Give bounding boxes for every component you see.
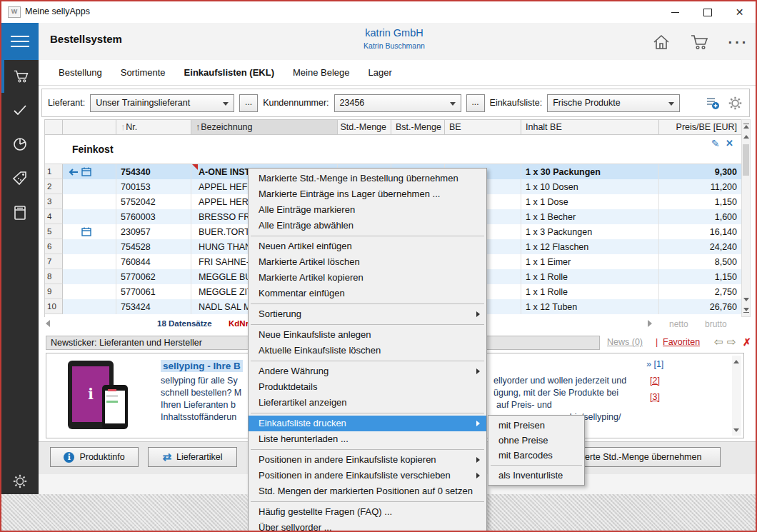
home-button[interactable] bbox=[650, 32, 673, 52]
group-row-feinkost[interactable]: Feinkost ✎ ✕ bbox=[45, 135, 742, 164]
tab-einkaufslisten[interactable]: Einkaufslisten (EKL) bbox=[184, 67, 274, 78]
news-text: auf Preis- und bbox=[496, 400, 552, 410]
menu-item[interactable]: Std. Mengen der markierten Positionen au… bbox=[249, 483, 486, 499]
maximize-button[interactable] bbox=[691, 1, 723, 23]
row-number[interactable]: 5 bbox=[45, 224, 63, 239]
sidebar-item-offers[interactable] bbox=[1, 162, 39, 195]
row-number[interactable]: 3 bbox=[45, 194, 63, 209]
previous-news-icon[interactable]: ⇦ bbox=[714, 336, 723, 348]
sidebar-item-order[interactable] bbox=[1, 60, 39, 93]
lieferartikel-button[interactable]: ⇄ Lieferartikel bbox=[148, 447, 237, 467]
news-tab-link[interactable]: News (0) bbox=[607, 337, 643, 347]
menu-item[interactable]: Positionen in andere Einkaufsliste kopie… bbox=[249, 452, 486, 468]
scroll-up-button[interactable] bbox=[742, 132, 750, 141]
scroll-down-button[interactable] bbox=[742, 295, 750, 304]
row-number[interactable]: 7 bbox=[45, 254, 63, 269]
submenu-item-als-inventurliste[interactable]: als Inventurliste bbox=[488, 468, 584, 483]
column-bst-menge[interactable]: Bst.-Menge bbox=[391, 120, 445, 134]
tab-meine-belege[interactable]: Meine Belege bbox=[293, 67, 350, 78]
row-number[interactable]: 9 bbox=[45, 284, 63, 299]
kundennummer-select[interactable]: 23456 bbox=[334, 94, 461, 112]
menu-item[interactable]: Über sellyorder ... bbox=[249, 520, 486, 532]
menu-item[interactable]: Lieferartikel anzeigen bbox=[249, 395, 486, 411]
menu-item[interactable]: Liste herunterladen ... bbox=[249, 431, 486, 447]
scroll-down-button[interactable] bbox=[732, 426, 740, 435]
row-number[interactable]: 4 bbox=[45, 209, 63, 224]
submenu-item-mit-preisen[interactable]: mit Preisen bbox=[488, 418, 584, 433]
row-number[interactable]: 8 bbox=[45, 269, 63, 284]
menu-item[interactable]: Markierte Artikel kopieren bbox=[249, 270, 486, 286]
menu-item[interactable]: Positionen in andere Einkaufsliste versc… bbox=[249, 468, 486, 483]
einkaufsliste-select[interactable]: Frische Produkte bbox=[547, 94, 680, 112]
note-corner-icon bbox=[192, 164, 198, 170]
close-newsticker-icon[interactable]: ✗ bbox=[743, 336, 751, 348]
news-scrollbar[interactable] bbox=[732, 356, 741, 436]
lieferant-browse-button[interactable]: ... bbox=[239, 94, 258, 112]
column-std-menge[interactable]: Std.-Menge bbox=[338, 120, 391, 134]
menu-item[interactable]: Kommentar einfügen bbox=[249, 286, 486, 301]
sidebar-item-settings[interactable] bbox=[1, 465, 39, 498]
menu-item[interactable]: Aktuelle Einkaufsliste löschen bbox=[249, 343, 486, 358]
menu-item-einkaufsliste-drucken[interactable]: Einkaufsliste drucken bbox=[249, 416, 486, 431]
scroll-right-icon[interactable] bbox=[648, 320, 652, 327]
column-nr[interactable]: ↑Nr. bbox=[116, 120, 191, 134]
column-be[interactable]: BE bbox=[445, 120, 521, 134]
menu-item[interactable]: Markierte Einträge ins Lager übernehmen … bbox=[249, 186, 486, 202]
menu-item[interactable]: Markierte Artikel löschen bbox=[249, 254, 486, 270]
column-icons[interactable] bbox=[63, 120, 116, 134]
row-number[interactable]: 10 bbox=[45, 299, 63, 314]
column-preis[interactable]: Preis/BE [EUR] bbox=[659, 120, 742, 134]
tab-lager[interactable]: Lager bbox=[369, 67, 392, 78]
delete-group-icon[interactable]: ✕ bbox=[726, 138, 733, 149]
scroll-up-button[interactable] bbox=[732, 357, 740, 366]
close-button[interactable]: ✕ bbox=[723, 1, 756, 23]
scroll-to-top-button[interactable] bbox=[742, 121, 750, 131]
brutto-toggle[interactable]: brutto bbox=[705, 319, 727, 329]
row-number[interactable]: 1 bbox=[45, 164, 63, 179]
row-number[interactable]: 2 bbox=[45, 179, 63, 194]
tab-sortimente[interactable]: Sortimente bbox=[121, 67, 166, 78]
list-settings-button[interactable] bbox=[726, 95, 743, 111]
news-headline[interactable]: sellyping - Ihre B bbox=[161, 360, 243, 372]
column-rownum[interactable] bbox=[45, 120, 63, 134]
menu-item[interactable]: Markierte Std.-Menge in Bestellung übern… bbox=[249, 171, 486, 186]
menu-item-sortierung[interactable]: Sortierung bbox=[249, 306, 486, 322]
return-arrow-icon bbox=[67, 168, 79, 176]
menu-item[interactable]: Häufig gestellte Fragen (FAQ) ... bbox=[249, 504, 486, 520]
favoriten-tab-link[interactable]: Favoriten bbox=[663, 337, 700, 347]
column-inhalt-be[interactable]: Inhalt BE bbox=[521, 120, 659, 134]
cart-button[interactable] bbox=[688, 32, 711, 52]
menu-item[interactable]: Neue Einkaufsliste anlegen bbox=[249, 327, 486, 343]
scrollbar-thumb[interactable] bbox=[743, 144, 749, 176]
menu-item-andere-waehrung[interactable]: Andere Währung bbox=[249, 363, 486, 379]
lieferant-select[interactable]: Unser Trainingslieferant bbox=[90, 94, 234, 112]
row-number[interactable]: 6 bbox=[45, 239, 63, 254]
menu-item[interactable]: Produktdetails bbox=[249, 379, 486, 395]
table-vertical-scrollbar[interactable] bbox=[741, 119, 751, 317]
next-news-icon[interactable]: ⇨ bbox=[727, 336, 736, 348]
produktinfo-button[interactable]: i Produktinfo bbox=[50, 447, 139, 467]
submenu-item-mit-barcodes[interactable]: mit Barcodes bbox=[488, 448, 584, 463]
menu-item[interactable]: Alle Einträge abwählen bbox=[249, 218, 486, 234]
menu-item[interactable]: Neuen Artikel einfügen bbox=[249, 239, 486, 254]
news-text: schnell bestellen? M bbox=[161, 388, 241, 398]
tab-bestellung[interactable]: Bestellung bbox=[59, 67, 102, 78]
kundennummer-browse-button[interactable]: ... bbox=[466, 94, 485, 112]
minimize-button[interactable] bbox=[659, 1, 691, 23]
sidebar-item-catalog[interactable] bbox=[1, 196, 39, 229]
column-bezeichnung[interactable]: ↑Bezeichnung bbox=[191, 120, 338, 134]
scroll-left-icon[interactable] bbox=[46, 320, 50, 327]
edit-group-icon[interactable]: ✎ bbox=[711, 138, 720, 149]
netto-toggle[interactable]: netto bbox=[669, 319, 688, 329]
news-page-3[interactable]: [3] bbox=[650, 392, 660, 402]
scroll-to-bottom-button[interactable] bbox=[742, 306, 750, 315]
submenu-item-ohne-preise[interactable]: ohne Preise bbox=[488, 433, 584, 448]
more-menu-button[interactable]: ··· bbox=[727, 32, 750, 52]
new-list-button[interactable] bbox=[704, 95, 721, 111]
menu-item[interactable]: Alle Einträge markieren bbox=[249, 202, 486, 218]
news-page-2[interactable]: [2] bbox=[650, 376, 660, 386]
news-page-1[interactable]: » [1] bbox=[646, 359, 663, 369]
sidebar-item-statistics[interactable] bbox=[1, 128, 39, 161]
sidebar-item-confirm[interactable] bbox=[1, 94, 39, 126]
hamburger-menu-button[interactable] bbox=[1, 23, 39, 60]
